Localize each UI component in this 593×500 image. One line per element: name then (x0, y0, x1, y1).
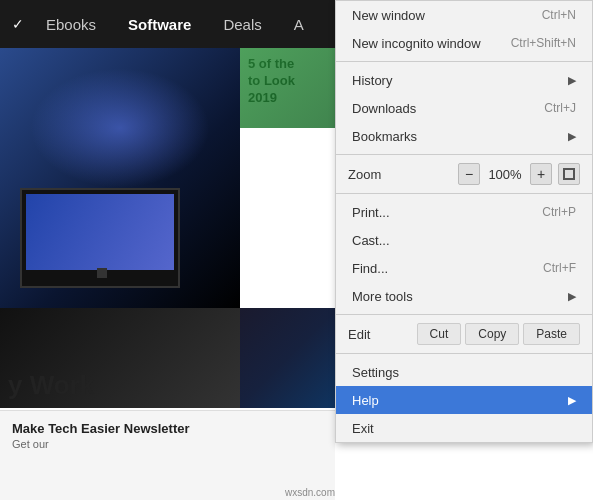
edit-row: Edit Cut Copy Paste (336, 319, 592, 349)
watermark: wxsdn.com (285, 487, 335, 498)
menu-item-exit[interactable]: Exit (336, 414, 592, 442)
menu-item-more-tools[interactable]: More tools ▶ (336, 282, 592, 310)
menu-item-downloads[interactable]: Downloads Ctrl+J (336, 94, 592, 122)
separator-1 (336, 61, 592, 62)
arrow-icon: ▶ (568, 130, 576, 143)
monitor (20, 188, 180, 288)
arrow-icon: ▶ (568, 394, 576, 407)
zoom-plus-button[interactable]: + (530, 163, 552, 185)
menu-item-find[interactable]: Find... Ctrl+F (336, 254, 592, 282)
zoom-fullscreen-button[interactable] (558, 163, 580, 185)
separator-5 (336, 353, 592, 354)
fullscreen-icon (563, 168, 575, 180)
separator-4 (336, 314, 592, 315)
menu-item-help[interactable]: Help ▶ About Google Chrome Help center R… (336, 386, 592, 414)
article-image-left (0, 48, 240, 308)
newsletter-title: Make Tech Easier Newsletter (12, 421, 323, 436)
chrome-context-menu: New window Ctrl+N New incognito window C… (335, 0, 593, 443)
copy-button[interactable]: Copy (465, 323, 519, 345)
menu-item-print[interactable]: Print... Ctrl+P (336, 198, 592, 226)
nav-check: ✓ (12, 16, 24, 32)
article-image-small (240, 48, 335, 128)
paste-button[interactable]: Paste (523, 323, 580, 345)
monitor-stand (97, 268, 107, 278)
separator-2 (336, 154, 592, 155)
menu-item-new-incognito[interactable]: New incognito window Ctrl+Shift+N (336, 29, 592, 57)
menu-item-cast[interactable]: Cast... (336, 226, 592, 254)
menu-item-new-window[interactable]: New window Ctrl+N (336, 1, 592, 29)
article-image-bottom-right (240, 308, 335, 408)
newsletter-subtitle: Get our (12, 438, 323, 450)
nav-item-a[interactable]: A (280, 10, 318, 39)
image-glow (30, 68, 210, 188)
menu-item-settings[interactable]: Settings (336, 358, 592, 386)
arrow-icon: ▶ (568, 290, 576, 303)
monitor-screen (26, 194, 174, 270)
cut-button[interactable]: Cut (417, 323, 462, 345)
zoom-row: Zoom − 100% + (336, 159, 592, 189)
menu-item-history[interactable]: History ▶ (336, 66, 592, 94)
edit-label: Edit (348, 327, 413, 342)
menu-item-bookmarks[interactable]: Bookmarks ▶ (336, 122, 592, 150)
nav-item-software[interactable]: Software (114, 10, 205, 39)
work-text: y Work (0, 370, 94, 401)
nav-item-deals[interactable]: Deals (209, 10, 275, 39)
zoom-minus-button[interactable]: − (458, 163, 480, 185)
nav-item-ebooks[interactable]: Ebooks (32, 10, 110, 39)
separator-3 (336, 193, 592, 194)
arrow-icon: ▶ (568, 74, 576, 87)
zoom-label: Zoom (348, 167, 452, 182)
zoom-value: 100% (486, 167, 524, 182)
